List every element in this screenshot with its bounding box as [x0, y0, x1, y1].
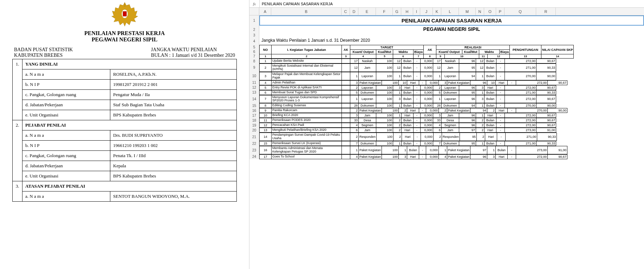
- cell[interactable]: 90,67: [536, 118, 556, 123]
- cell[interactable]: 1: [350, 72, 359, 80]
- cell[interactable]: 271,00: [505, 64, 536, 72]
- cell[interactable]: 100: [376, 103, 393, 108]
- cell[interactable]: Naskah: [359, 59, 376, 63]
- cell[interactable]: Bulan: [402, 90, 414, 95]
- table-row[interactable]: 11Pemeriksaan PODES 202033Desa1002Bulan-…: [259, 118, 556, 123]
- cell[interactable]: Dokumen: [442, 90, 459, 95]
- cell[interactable]: 4: [433, 123, 442, 128]
- cell[interactable]: 5: [433, 90, 442, 95]
- cell[interactable]: 3: [393, 95, 402, 103]
- cell[interactable]: 100: [382, 80, 399, 85]
- cell[interactable]: Jam: [442, 64, 459, 72]
- cell[interactable]: [342, 128, 350, 133]
- cell[interactable]: 96: [459, 123, 476, 128]
- cell[interactable]: 96: [459, 113, 476, 118]
- cell[interactable]: -: [496, 128, 505, 133]
- cell[interactable]: 2: [350, 85, 359, 90]
- cell[interactable]: Jam: [442, 128, 459, 133]
- cell[interactable]: 100: [376, 72, 393, 80]
- cell[interactable]: 273,00: [505, 128, 536, 133]
- row-number[interactable]: 22: [249, 141, 259, 146]
- column-header[interactable]: P: [496, 8, 505, 15]
- row-number[interactable]: 7: [249, 54, 259, 59]
- cell[interactable]: -: [496, 123, 505, 128]
- cell[interactable]: 100: [376, 113, 393, 118]
- column-header[interactable]: N: [476, 8, 484, 15]
- cell[interactable]: 4: [260, 80, 272, 85]
- cell[interactable]: 3: [487, 154, 496, 159]
- cell[interactable]: 90,33: [536, 141, 556, 146]
- cell[interactable]: 2: [260, 64, 272, 72]
- cell[interactable]: Laporan: [359, 85, 376, 90]
- cell[interactable]: -: [414, 113, 421, 118]
- cell[interactable]: Entry Revisi POK di Aplikasi SAKTI: [272, 85, 342, 90]
- cell[interactable]: Hari: [496, 108, 508, 113]
- cell[interactable]: 16: [260, 146, 272, 154]
- cell[interactable]: Paket Kegiatan: [447, 154, 470, 159]
- cell[interactable]: -: [496, 95, 505, 103]
- cell[interactable]: 2: [487, 108, 496, 113]
- cell[interactable]: 1: [476, 72, 484, 80]
- cell[interactable]: [342, 133, 350, 141]
- row-number[interactable]: 24: [249, 154, 259, 159]
- cell[interactable]: 1: [393, 90, 402, 95]
- cell[interactable]: Responden: [442, 133, 460, 141]
- cell[interactable]: 2: [393, 123, 402, 128]
- cell[interactable]: 4: [350, 123, 359, 128]
- cell[interactable]: -: [414, 123, 421, 128]
- cell[interactable]: 2: [393, 133, 402, 141]
- cell[interactable]: -: [508, 108, 516, 113]
- cell[interactable]: Hari: [407, 108, 419, 113]
- cell[interactable]: 11: [260, 118, 272, 123]
- cell[interactable]: Paket Kegiatan: [447, 108, 470, 113]
- cell[interactable]: 5: [260, 85, 272, 90]
- cell[interactable]: 90,67: [548, 154, 567, 159]
- cell[interactable]: 100: [376, 85, 393, 90]
- cell[interactable]: Laporan: [442, 85, 459, 90]
- cell[interactable]: 12: [260, 123, 272, 128]
- cell[interactable]: Hari: [402, 133, 414, 141]
- row-number[interactable]: 1: [249, 15, 259, 26]
- cell[interactable]: 100: [376, 64, 393, 72]
- cell[interactable]: Bulan: [484, 59, 496, 63]
- table-row[interactable]: 13Mengikuti Pelatihan/Briefing KSA 20206…: [259, 128, 556, 133]
- row-number[interactable]: 16: [249, 108, 259, 113]
- table-row[interactable]: 17Goes To School4Paket Kegiatan1003Hari-…: [259, 154, 567, 159]
- cell[interactable]: -: [414, 90, 421, 95]
- cell[interactable]: [342, 103, 350, 108]
- cell[interactable]: 100: [376, 123, 393, 128]
- cell[interactable]: 5: [350, 90, 359, 95]
- cell[interactable]: Laporan: [442, 95, 459, 103]
- cell[interactable]: 0,000: [421, 123, 433, 128]
- cell[interactable]: 0,000: [421, 59, 433, 63]
- cell[interactable]: Desa: [359, 118, 376, 123]
- column-header[interactable]: L: [441, 8, 459, 15]
- cell[interactable]: -: [496, 141, 505, 146]
- cell[interactable]: 2: [477, 133, 485, 141]
- cell[interactable]: -: [419, 146, 426, 154]
- cell[interactable]: -: [419, 154, 426, 159]
- cell[interactable]: -: [508, 80, 516, 85]
- cell[interactable]: [342, 72, 350, 80]
- row-number[interactable]: 10: [249, 72, 259, 80]
- cell[interactable]: 3: [260, 72, 272, 80]
- cell[interactable]: -: [496, 64, 505, 72]
- cell[interactable]: 94: [459, 72, 476, 80]
- cell[interactable]: Bulan: [484, 141, 496, 146]
- cell[interactable]: 90,00: [536, 103, 556, 108]
- cell[interactable]: 272,00: [505, 59, 536, 63]
- cell[interactable]: Goes To School: [272, 154, 342, 159]
- column-header[interactable]: J: [420, 8, 433, 15]
- cell[interactable]: 0,000: [426, 108, 439, 113]
- cell[interactable]: Bulan: [402, 95, 414, 103]
- cell[interactable]: 272,00: [505, 95, 536, 103]
- table-row[interactable]: 5Entry Revisi POK di Aplikasi SAKTI2Lapo…: [259, 85, 556, 90]
- cell[interactable]: 12: [393, 64, 402, 72]
- cell[interactable]: 273,00: [516, 146, 548, 154]
- cell[interactable]: 6: [433, 128, 442, 133]
- cell[interactable]: 1: [433, 72, 442, 80]
- column-header[interactable]: B: [271, 8, 341, 15]
- row-number[interactable]: 8: [249, 59, 259, 63]
- cell[interactable]: -: [496, 85, 505, 90]
- cell[interactable]: -: [496, 113, 505, 118]
